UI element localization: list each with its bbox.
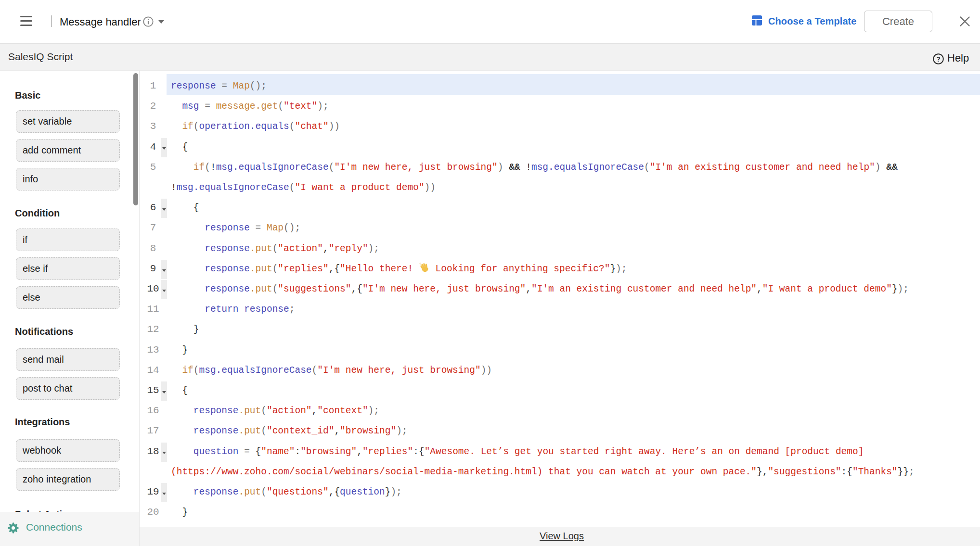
svg-text:?: ? — [936, 55, 941, 63]
